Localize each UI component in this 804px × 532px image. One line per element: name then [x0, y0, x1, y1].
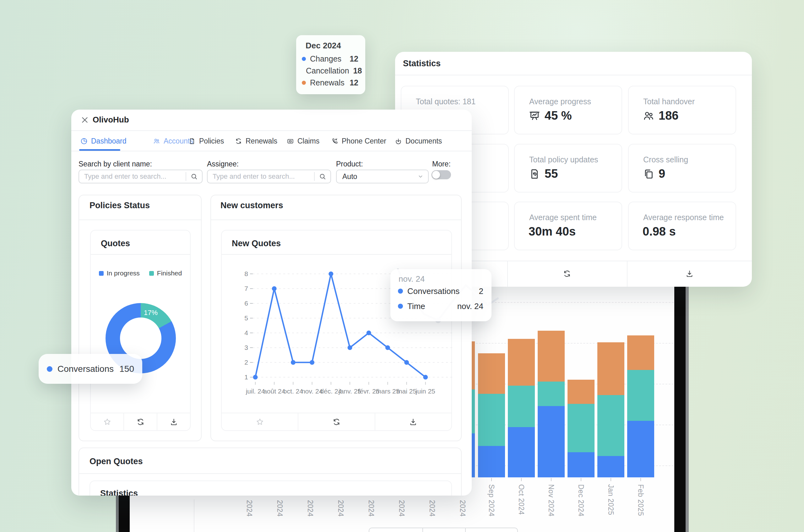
x-axis-tick	[611, 478, 611, 481]
conversations-tooltip: Conversations 150	[39, 354, 142, 384]
hidden-x-axis-label-tail: 2024	[275, 500, 284, 517]
tab-accounts[interactable]: Accounts	[153, 136, 193, 146]
search-icon[interactable]	[190, 173, 198, 180]
search-icon[interactable]	[319, 173, 326, 180]
bar-segment-cancellation	[568, 404, 595, 452]
stat-label: Cross selling	[643, 155, 688, 164]
stat-value: 186	[658, 109, 678, 122]
client-search-input[interactable]	[79, 170, 186, 183]
bar-segment-changes	[508, 427, 535, 477]
refresh-icon	[332, 418, 341, 426]
bar-segment-changes	[478, 446, 505, 477]
pie-chart-icon	[80, 137, 88, 145]
tab-policies[interactable]: Policies	[188, 136, 224, 146]
tooltip-row: Conversations 150	[39, 354, 142, 384]
filter-label-assignee: Assignee:	[207, 160, 239, 168]
svg-text:5: 5	[244, 315, 248, 322]
x-axis-label: nov. 24	[302, 387, 323, 395]
divider	[71, 151, 472, 151]
favorite-button[interactable]	[91, 413, 123, 430]
stat-value: 55	[544, 167, 558, 180]
hidden-x-axis-label-tail: 2024	[397, 500, 406, 517]
divider	[186, 172, 186, 181]
svg-text:4: 4	[244, 329, 248, 336]
star-icon	[103, 418, 112, 426]
download-button[interactable]	[375, 413, 451, 430]
row-label: Conversations	[57, 364, 114, 374]
bar-segment-cancellation	[597, 395, 624, 456]
tab-dashboard[interactable]: Dashboard	[80, 136, 127, 146]
tab-claims[interactable]: Claims	[287, 136, 320, 146]
tab-label: Dashboard	[91, 137, 127, 146]
assignee-search-input[interactable]	[208, 170, 314, 183]
hidden-x-axis-label-tail: 2024	[306, 500, 314, 517]
x-axis-label: mai 25	[397, 387, 417, 395]
download-button[interactable]	[627, 261, 752, 287]
row-label: Changes	[310, 54, 341, 63]
download-icon	[170, 418, 178, 426]
bar-segment-changes	[627, 421, 654, 477]
section-title: Open Quotes	[90, 457, 143, 467]
refresh-button[interactable]	[123, 413, 157, 430]
refresh-icon	[235, 137, 242, 145]
section-title: New customers	[221, 201, 283, 210]
copy-icon	[643, 168, 654, 180]
download-icon	[395, 137, 402, 145]
refresh-button[interactable]	[298, 413, 375, 430]
x-axis-label: juin 25	[416, 387, 435, 395]
new-quotes-card: New Quotes 12345678 juil. 24août 24oct. …	[221, 230, 452, 431]
bar-segment-changes	[568, 452, 595, 477]
product-select-value: Auto	[342, 172, 357, 181]
row-label: Conversations	[407, 286, 459, 296]
quotes-card: Quotes In progress Finished 17%	[90, 230, 191, 431]
card-footer	[222, 413, 451, 430]
hidden-x-axis-label-tail: 2024	[428, 500, 436, 517]
stat-card-cross-selling: Cross selling 9	[628, 144, 736, 192]
stat-label: Total policy updates	[529, 155, 598, 164]
background-gridline	[194, 499, 194, 532]
filter-label-client: Search by client name:	[78, 160, 152, 168]
x-axis-label: oct. 24	[283, 387, 303, 395]
hidden-x-axis-label-tail: 2024	[245, 500, 253, 517]
users-icon	[153, 137, 160, 145]
statistics-title: Statistics	[403, 59, 441, 69]
divider	[91, 254, 190, 255]
x-axis-tick	[491, 478, 492, 481]
bar-segment-renewals	[478, 353, 505, 394]
svg-text:7: 7	[244, 285, 248, 292]
tooltip-row-conversations: Conversations 2	[398, 286, 483, 296]
client-search-field	[78, 170, 203, 184]
stat-card-policy-updates: Total policy updates 55	[514, 144, 622, 192]
pagination-stub[interactable]	[369, 528, 518, 532]
favorite-button[interactable]	[222, 413, 298, 430]
stat-value: 0.98 s	[643, 225, 676, 239]
divider	[222, 254, 451, 255]
x-axis-label: Dec 2024	[577, 484, 585, 516]
x-axis-tick	[640, 478, 641, 481]
tab-documents[interactable]: Documents	[395, 136, 442, 146]
filter-label-more: More:	[432, 160, 451, 168]
tooltip-row-time: Time nov. 24	[398, 301, 483, 311]
tab-renewals[interactable]: Renewals	[235, 136, 277, 146]
download-button[interactable]	[157, 413, 190, 430]
gridline	[473, 302, 674, 303]
legend-swatch	[99, 271, 104, 276]
stat-card-average-response-time: Average response time 0.98 s	[628, 202, 736, 250]
product-select[interactable]: Auto	[336, 170, 429, 184]
tab-phone-center[interactable]: Phone Center	[331, 136, 386, 146]
pager-divider	[422, 528, 423, 532]
row-value: 2	[479, 286, 483, 296]
stat-label: Average spent time	[529, 213, 597, 222]
close-icon[interactable]	[81, 116, 89, 124]
tab-label: Claims	[298, 137, 320, 146]
bar-segment-renewals	[597, 342, 624, 395]
divider	[71, 130, 472, 131]
svg-text:2: 2	[244, 359, 248, 366]
x-axis-tick	[521, 478, 522, 481]
x-axis-label: Feb 2025	[636, 484, 645, 516]
svg-text:6: 6	[244, 300, 248, 307]
svg-text:8: 8	[244, 270, 248, 277]
donut-hole	[120, 318, 161, 359]
more-toggle[interactable]	[432, 170, 451, 179]
refresh-button[interactable]	[507, 261, 627, 287]
